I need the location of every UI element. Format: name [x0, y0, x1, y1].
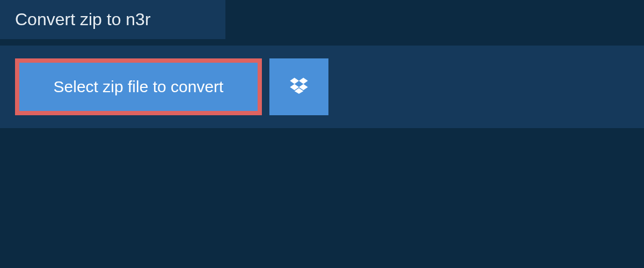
- upload-panel: Select zip file to convert: [0, 46, 644, 128]
- dropbox-icon: [288, 75, 310, 99]
- page-title: Convert zip to n3r: [15, 10, 151, 29]
- select-file-button[interactable]: Select zip file to convert: [15, 58, 262, 115]
- dropbox-button[interactable]: [269, 58, 328, 115]
- button-row: Select zip file to convert: [15, 58, 629, 115]
- select-file-button-label: Select zip file to convert: [54, 78, 224, 96]
- page-title-tab: Convert zip to n3r: [0, 0, 225, 39]
